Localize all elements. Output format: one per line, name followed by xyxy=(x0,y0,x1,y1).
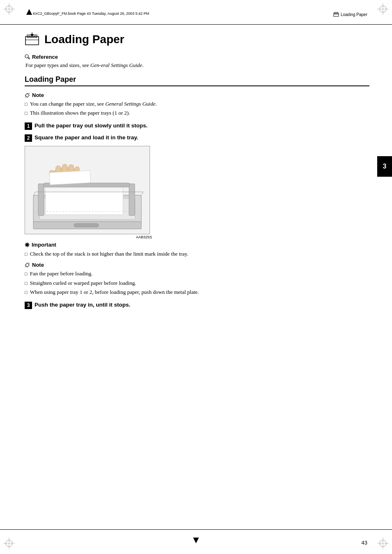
note2-item2-text: Straighten curled or warped paper before… xyxy=(30,279,136,287)
note1-item1: □ You can change the paper size, see Gen… xyxy=(25,100,369,108)
bottom-center-arrow xyxy=(193,538,199,545)
step1: 1 Pull the paper tray out slowly until i… xyxy=(25,122,369,130)
reference-box: Reference For paper types and sizes, see… xyxy=(25,54,369,69)
important-item1: □ Check the top of the stack is not high… xyxy=(25,250,369,258)
main-content: Loading Paper Reference For paper types … xyxy=(25,27,369,527)
corner-reg-top-left xyxy=(3,3,15,16)
checkbox-icon-imp1: □ xyxy=(25,251,28,258)
note2-item2: □ Straighten curled or warped paper befo… xyxy=(25,279,369,287)
image-caption: AAB325S xyxy=(25,235,152,239)
step3: 3 Push the paper tray in, until it stops… xyxy=(25,301,369,309)
checkbox-icon-n2-3: □ xyxy=(25,289,28,296)
section-heading: Loading Paper xyxy=(25,75,369,86)
key-icon xyxy=(25,54,30,60)
svg-rect-37 xyxy=(129,184,135,215)
checkbox-icon-1: □ xyxy=(25,101,28,108)
checkbox-icon-n2-1: □ xyxy=(25,270,28,277)
note2-item3: □ When using paper tray 1 or 2, before l… xyxy=(25,288,369,296)
svg-point-23 xyxy=(25,55,28,58)
step2-number: 2 xyxy=(25,134,32,142)
note1-item1-text: You can change the paper size, see Gener… xyxy=(30,100,157,108)
tray-icon-small xyxy=(333,12,339,17)
tray-image-container: AAB325S xyxy=(25,146,152,239)
file-info: KirC2_GBcopyF_FM.book Page 43 Tuesday, A… xyxy=(33,12,149,16)
page-footer: 43 xyxy=(0,529,392,554)
note1-header: Note xyxy=(25,92,369,98)
svg-rect-47 xyxy=(74,224,98,227)
svg-rect-36 xyxy=(38,184,44,215)
step1-number: 1 xyxy=(25,122,32,130)
note2-box: Note □ Fan the paper before loading. □ S… xyxy=(25,262,369,296)
checkbox-icon-n2-2: □ xyxy=(25,280,28,287)
important-icon: ❋ xyxy=(25,242,30,248)
note2-header: Note xyxy=(25,262,369,268)
note2-item1: □ Fan the paper before loading. xyxy=(25,270,369,278)
step3-number: 3 xyxy=(25,302,32,309)
svg-rect-34 xyxy=(46,190,123,191)
note2-pencil-icon xyxy=(25,262,30,268)
step3-text: Push the paper tray in, until it stops. xyxy=(35,301,130,309)
page-number: 43 xyxy=(362,540,367,546)
page-header: KirC2_GBcopyF_FM.book Page 43 Tuesday, A… xyxy=(0,0,392,25)
corner-reg-bottom-right xyxy=(377,538,389,551)
reference-header: Reference xyxy=(25,54,369,60)
page-title: Loading Paper xyxy=(44,33,124,46)
important-item1-text: Check the top of the stack is not higher… xyxy=(30,250,188,258)
step2: 2 Square the paper and load it in the tr… xyxy=(25,134,369,142)
header-section-title: Loading Paper xyxy=(333,12,367,17)
step2-text: Square the paper and load it in the tray… xyxy=(35,134,138,142)
chapter-tab: 3 xyxy=(377,156,392,177)
checkbox-icon-2: □ xyxy=(25,110,28,117)
svg-rect-17 xyxy=(25,37,39,45)
svg-line-54 xyxy=(28,263,30,264)
svg-marker-16 xyxy=(193,538,199,543)
note-pencil-icon xyxy=(25,92,30,98)
tray-illustration xyxy=(25,146,150,234)
reference-text: For paper types and sizes, see Gen-eral … xyxy=(25,61,369,69)
corner-reg-top-right xyxy=(377,3,389,16)
important-box: ❋ Important □ Check the top of the stack… xyxy=(25,242,369,258)
svg-line-25 xyxy=(29,58,30,58)
tray-svg xyxy=(25,146,150,234)
note1-item2-text: This illustration shows the paper trays … xyxy=(30,109,130,117)
important-header: ❋ Important xyxy=(25,242,369,248)
note1-box: Note □ You can change the paper size, se… xyxy=(25,92,369,117)
loading-paper-icon xyxy=(25,32,39,46)
svg-rect-32 xyxy=(46,187,123,215)
svg-marker-6 xyxy=(26,9,32,15)
step1-text: Pull the paper tray out slowly until it … xyxy=(35,122,148,130)
corner-reg-bottom-left xyxy=(3,538,15,551)
svg-rect-46 xyxy=(49,170,90,185)
svg-rect-33 xyxy=(46,189,123,189)
note2-item1-text: Fan the paper before loading. xyxy=(30,270,93,278)
arrow-marker xyxy=(26,9,32,16)
page-title-area: Loading Paper xyxy=(25,32,369,46)
note1-item2: □ This illustration shows the paper tray… xyxy=(25,109,369,117)
svg-line-28 xyxy=(28,93,30,94)
note2-item3-text: When using paper tray 1 or 2, before loa… xyxy=(30,288,199,296)
